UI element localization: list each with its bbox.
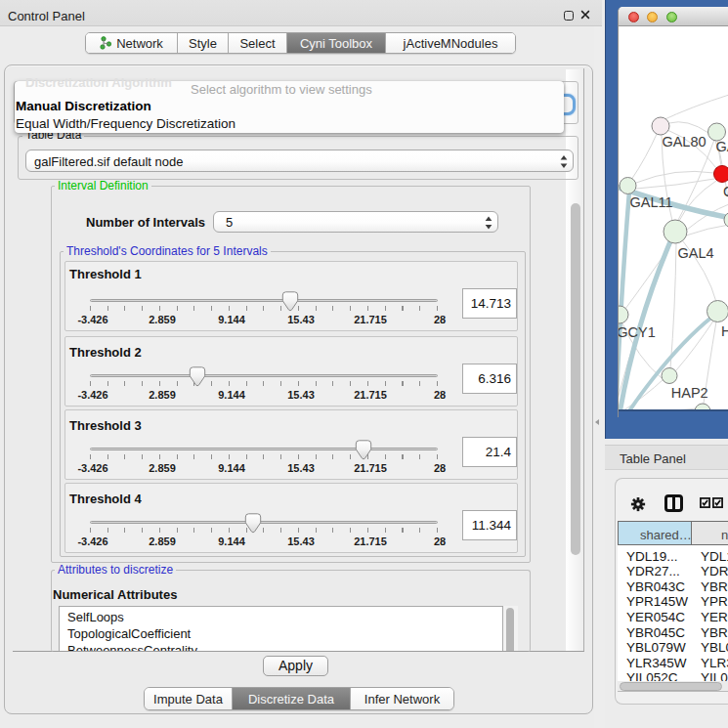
svg-text:H: H (721, 323, 728, 339)
svg-text:GAL11: GAL11 (629, 194, 672, 210)
svg-text:GAL80: GAL80 (662, 134, 706, 150)
svg-text:GCY1: GCY1 (619, 324, 656, 340)
svg-text:HAP2: HAP2 (671, 385, 708, 401)
svg-text:GA: GA (716, 139, 728, 154)
svg-text:C: C (723, 184, 728, 199)
svg-text:GAL4: GAL4 (677, 245, 713, 261)
